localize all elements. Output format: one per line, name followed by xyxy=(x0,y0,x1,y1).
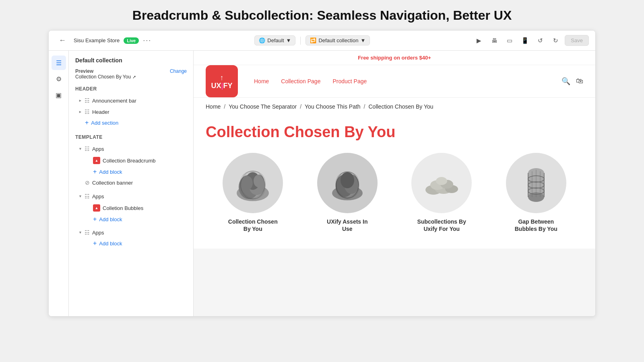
breadcrumb-section: Home / You Choose The Separator / You Ch… xyxy=(194,97,595,115)
store-nav: Home Collection Page Product Page xyxy=(254,78,367,84)
plus-icon-2: + xyxy=(93,216,97,223)
product-name-1: Collection ChosenBy You xyxy=(228,218,278,232)
divider xyxy=(300,37,301,45)
bc-path-item: You Choose This Path xyxy=(305,103,361,110)
collection-dropdown[interactable]: 🔁 Default collection ▼ xyxy=(305,35,370,45)
plus-icon-1: + xyxy=(93,168,97,175)
add-section-button[interactable]: + Add section xyxy=(75,117,187,128)
svg-point-21 xyxy=(436,177,447,185)
template-section-label: Template xyxy=(75,134,187,140)
grid-icon-announcement: ☷ xyxy=(85,97,90,104)
product-grid: Collection ChosenBy You xyxy=(194,145,595,249)
bc-separator-item: You Choose The Separator xyxy=(229,103,297,110)
panel-collection-title: Default collection xyxy=(75,57,187,64)
grid-icon-header: ☷ xyxy=(85,109,90,115)
add-block-3-button[interactable]: + Add block xyxy=(75,238,187,249)
add-block-1-button[interactable]: + Add block xyxy=(75,167,187,177)
apps-group-2: ▼ ☷ Apps xyxy=(75,191,187,202)
header-item[interactable]: ► ☷ Header xyxy=(75,106,187,117)
live-badge: Live xyxy=(124,37,139,44)
sidebar-icons: ☰ ⚙ ▣ xyxy=(49,51,69,316)
product-card-2: UXify Assets InUse xyxy=(300,149,395,237)
back-icon[interactable]: ← xyxy=(55,33,70,48)
tablet-icon[interactable]: ▭ xyxy=(504,35,516,47)
top-bar-center: 🌐 Default ▼ 🔁 Default collection ▼ xyxy=(254,35,370,45)
product-img-4 xyxy=(506,153,566,213)
chevron-right-icon: ► xyxy=(78,99,82,103)
product-name-3: Subcollections ByUxify For You xyxy=(417,218,466,232)
sidebar-icon-apps[interactable]: ▣ xyxy=(52,88,66,102)
cursor-icon[interactable]: ▶ xyxy=(473,35,485,47)
product-card-1: Collection ChosenBy You xyxy=(206,149,300,237)
external-link-icon: ➚ xyxy=(132,74,136,80)
preview-value: Collection Chosen By You ➚ xyxy=(75,74,136,80)
product-card-3: Subcollections ByUxify For You xyxy=(394,149,489,237)
collection-bubbles-item[interactable]: ▲ Colletion Bubbles xyxy=(75,202,187,214)
apps-group-1: ▼ ☷ Apps xyxy=(75,143,187,154)
bc-home: Home xyxy=(206,103,221,110)
apps1-label: Apps xyxy=(92,146,104,152)
free-shipping-bar: Free shipping on orders $40+ xyxy=(194,51,595,65)
add-block-3-label: Add block xyxy=(99,241,122,247)
app-shell: ← Sisu Example Store Live ··· 🌐 Default … xyxy=(48,30,596,317)
store-logo: ↑ UX|FY xyxy=(206,65,238,97)
top-bar-left: ← Sisu Example Store Live ··· xyxy=(55,33,151,48)
chevron-down-apps3[interactable]: ▼ xyxy=(78,230,82,234)
theme-dropdown[interactable]: 🌐 Default ▼ xyxy=(254,35,295,45)
chevron-down-apps1[interactable]: ▼ xyxy=(78,147,82,151)
preview-label: Preview xyxy=(75,68,136,74)
store-name: Sisu Example Store xyxy=(74,37,120,43)
theme-label: Default xyxy=(267,37,284,43)
nav-home[interactable]: Home xyxy=(254,78,269,84)
mobile-icon[interactable]: 📱 xyxy=(519,35,531,47)
announcement-bar-item[interactable]: ► ☷ Announcement bar xyxy=(75,95,187,106)
chevron-down-apps2[interactable]: ▼ xyxy=(78,194,82,198)
collection-bubbles-label: Colletion Bubbles xyxy=(103,205,143,211)
top-bar: ← Sisu Example Store Live ··· 🌐 Default … xyxy=(49,31,595,51)
sidebar-icon-settings[interactable]: ⚙ xyxy=(52,72,66,86)
desktop-icon[interactable]: 🖶 xyxy=(488,35,500,47)
sidebar-icon-sections[interactable]: ☰ xyxy=(52,56,66,70)
cart-icon[interactable]: 🛍 xyxy=(576,77,583,86)
nav-product-page[interactable]: Product Page xyxy=(332,78,367,84)
collection-banner-label: Collection banner xyxy=(92,180,133,186)
bc-current: Collection Chosen By You xyxy=(368,103,433,110)
header-section-label: Header xyxy=(75,86,187,92)
red-app-icon-breadcrumb: ▲ xyxy=(93,157,100,164)
apps-group-3: ▼ ☷ Apps xyxy=(75,227,187,238)
collection-title: Collection Chosen By You xyxy=(194,115,595,145)
undo-icon[interactable]: ↺ xyxy=(534,35,546,47)
svg-point-12 xyxy=(341,172,354,188)
add-block-2-label: Add block xyxy=(99,216,122,222)
grid-icon-apps1: ☷ xyxy=(85,146,90,152)
plus-icon-3: + xyxy=(93,240,97,247)
collection-breadcrumb-label: Collection Breadcrumb xyxy=(103,158,156,164)
page-title: Breadcrumb & Subcollection: Seamless Nav… xyxy=(132,8,512,23)
body-layout: ☰ ⚙ ▣ Default collection Preview Collect… xyxy=(49,51,595,316)
plus-icon-section: + xyxy=(85,119,89,126)
more-options-button[interactable]: ··· xyxy=(143,36,151,45)
change-link[interactable]: Change xyxy=(170,68,187,74)
preview-row: Preview Collection Chosen By You ➚ Chang… xyxy=(75,68,187,80)
breadcrumb: Home / You Choose The Separator / You Ch… xyxy=(206,103,583,110)
search-icon[interactable]: 🔍 xyxy=(561,77,570,86)
nav-collection-page[interactable]: Collection Page xyxy=(281,78,320,84)
header-label: Header xyxy=(92,109,109,115)
bc-sep-3: / xyxy=(364,103,365,110)
add-block-2-button[interactable]: + Add block xyxy=(75,214,187,224)
collection-breadcrumb-item[interactable]: ▲ Collection Breadcrumb xyxy=(75,154,187,167)
product-img-1 xyxy=(223,153,283,213)
store-header: ↑ UX|FY Home Collection Page Product Pag… xyxy=(194,65,595,97)
collection-icon: 🔁 xyxy=(310,37,316,43)
save-button[interactable]: Save xyxy=(565,35,589,46)
apps2-label: Apps xyxy=(92,193,104,200)
product-img-2 xyxy=(317,153,378,213)
left-panel: Default collection Preview Collection Ch… xyxy=(69,51,194,316)
collection-banner-item[interactable]: ⊘ Collection banner xyxy=(75,177,187,188)
redo-icon[interactable]: ↻ xyxy=(549,35,561,47)
ban-icon: ⊘ xyxy=(85,179,90,186)
globe-icon: 🌐 xyxy=(259,37,265,43)
product-name-4: Gap BetweenBubbles By You xyxy=(515,218,557,232)
product-img-3 xyxy=(411,153,472,213)
bc-sep-1: / xyxy=(224,103,225,110)
